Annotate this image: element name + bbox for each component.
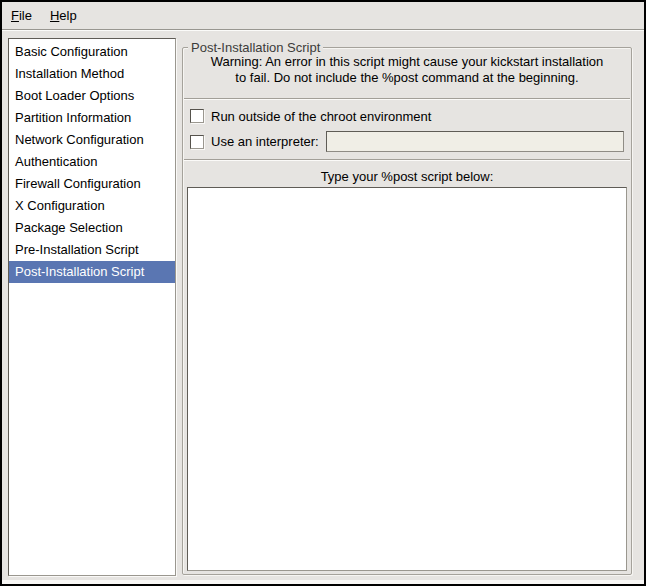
- script-prompt-label: Type your %post script below:: [183, 169, 631, 184]
- separator: [184, 159, 630, 161]
- warning-text: Warning: An error in this script might c…: [183, 54, 631, 86]
- use-interpreter-row: Use an interpreter:: [190, 131, 624, 152]
- sidebar-item-installation-method[interactable]: Installation Method: [9, 63, 175, 85]
- run-outside-chroot-label[interactable]: Run outside of the chroot environment: [211, 109, 431, 124]
- sidebar-item-basic-configuration[interactable]: Basic Configuration: [9, 41, 175, 63]
- sidebar-item-boot-loader-options[interactable]: Boot Loader Options: [9, 85, 175, 107]
- menu-file[interactable]: File: [2, 2, 41, 29]
- menu-file-label: File: [11, 2, 32, 30]
- sidebar-item-firewall-configuration[interactable]: Firewall Configuration: [9, 173, 175, 195]
- run-outside-chroot-row: Run outside of the chroot environment: [190, 106, 624, 126]
- run-outside-chroot-checkbox[interactable]: [190, 109, 204, 123]
- warning-line-2: to fail. Do not include the %post comman…: [183, 70, 631, 86]
- kickstart-configurator-window: File Help Basic Configuration Installati…: [0, 0, 646, 586]
- menu-help-label: Help: [50, 2, 77, 30]
- sidebar-item-network-configuration[interactable]: Network Configuration: [9, 129, 175, 151]
- interpreter-entry[interactable]: [326, 131, 624, 152]
- menu-help[interactable]: Help: [41, 2, 86, 29]
- post-script-textarea[interactable]: [187, 187, 627, 571]
- use-interpreter-checkbox[interactable]: [190, 135, 204, 149]
- menubar: File Help: [2, 2, 644, 30]
- separator: [184, 98, 630, 100]
- category-list: Basic Configuration Installation Method …: [8, 38, 176, 576]
- sidebar-item-x-configuration[interactable]: X Configuration: [9, 195, 175, 217]
- use-interpreter-label[interactable]: Use an interpreter:: [211, 134, 319, 149]
- sidebar-item-authentication[interactable]: Authentication: [9, 151, 175, 173]
- post-installation-script-frame: Post-Installation Script Warning: An err…: [182, 47, 632, 575]
- frame-title: Post-Installation Script: [188, 40, 323, 55]
- sidebar-item-pre-installation-script[interactable]: Pre-Installation Script: [9, 239, 175, 261]
- warning-line-1: Warning: An error in this script might c…: [183, 54, 631, 70]
- sidebar-item-package-selection[interactable]: Package Selection: [9, 217, 175, 239]
- sidebar-item-partition-information[interactable]: Partition Information: [9, 107, 175, 129]
- window-bottom-highlight: [2, 580, 644, 584]
- sidebar-item-post-installation-script[interactable]: Post-Installation Script: [9, 261, 175, 283]
